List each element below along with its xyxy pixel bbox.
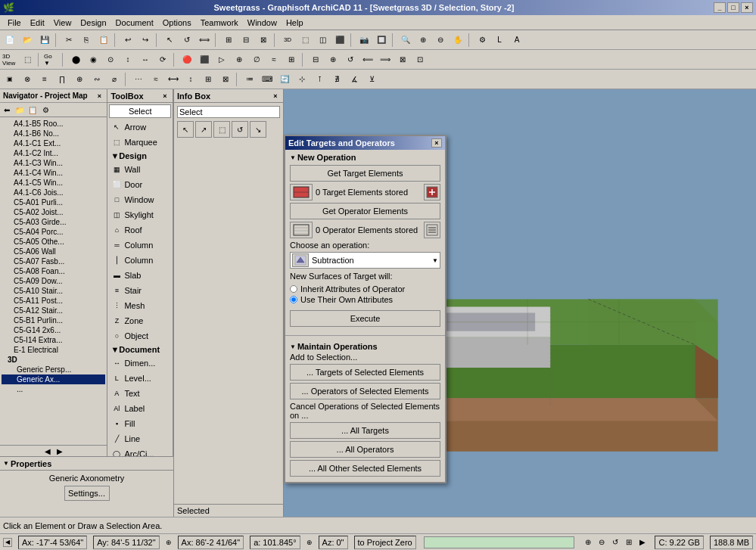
tb3-b2[interactable]: ⊗ xyxy=(19,71,36,88)
tb3-b21[interactable]: ⊻ xyxy=(363,71,380,88)
tb3-b17[interactable]: ⊹ xyxy=(294,71,310,88)
radio-inherit[interactable]: Inherit Attributes of Operator xyxy=(290,284,440,294)
maximize-button[interactable]: □ xyxy=(727,2,739,13)
execute-button[interactable]: Execute xyxy=(290,310,440,327)
dialog-close-button[interactable]: × xyxy=(431,138,442,148)
tree-item[interactable]: C5-A02 Joist... xyxy=(2,207,105,217)
tool-label[interactable]: Al Label xyxy=(107,401,173,416)
tb-b2[interactable]: ⊟ xyxy=(238,32,254,48)
tree-item[interactable]: A4.1-B6 No... xyxy=(2,129,105,138)
tb-cut[interactable]: ✂ xyxy=(61,32,77,48)
get-target-button[interactable]: Get Target Elements xyxy=(290,165,440,182)
nav-btn4[interactable]: ⚙ xyxy=(39,104,51,116)
tool-column[interactable]: ⎪ Column xyxy=(107,253,173,268)
info-arrow-btn[interactable]: ↖ xyxy=(177,121,194,138)
tb3-b4[interactable]: ∏ xyxy=(54,71,70,88)
tree-item[interactable]: C5-A08 Foan... xyxy=(2,266,105,276)
tb3-b19[interactable]: ∄ xyxy=(328,71,345,88)
menu-document[interactable]: Document xyxy=(111,17,158,29)
tb2-b7[interactable]: ⊞ xyxy=(283,51,300,68)
tb2-b4[interactable]: ⊕ xyxy=(231,51,247,68)
tool-arc[interactable]: ◯ Arc/Ci... xyxy=(107,446,173,456)
statusbar-btn1[interactable]: ⊕ xyxy=(582,536,594,548)
tb2-b10[interactable]: ↺ xyxy=(342,51,359,68)
tb3-b18[interactable]: ⊺ xyxy=(311,71,328,88)
tree-item[interactable]: A4.1-B5 Roo... xyxy=(2,119,105,129)
tb-paste[interactable]: 📋 xyxy=(95,32,112,48)
minimize-button[interactable]: _ xyxy=(714,2,726,13)
infobox-close[interactable]: × xyxy=(271,92,280,101)
tb2-nav1[interactable]: ⬤ xyxy=(67,51,84,68)
tb3-b14[interactable]: ≔ xyxy=(241,71,258,88)
all-operators-button[interactable]: ... All Operators xyxy=(290,441,440,458)
tool-skylight[interactable]: ◫ Skylight xyxy=(107,207,173,222)
tree-item[interactable]: A4.1-C6 Jois... xyxy=(2,188,105,197)
tb3-b11[interactable]: ↕ xyxy=(182,71,199,88)
info-arrow2-btn[interactable]: ↗ xyxy=(195,121,212,138)
tb3-b1[interactable]: ▣ xyxy=(2,71,18,88)
tb-pan[interactable]: ✋ xyxy=(450,32,466,48)
nav-btn1[interactable]: ⬅ xyxy=(1,104,13,116)
tool-level[interactable]: L Level... xyxy=(107,371,173,386)
tb2-3dview[interactable]: 3D View xyxy=(2,51,18,68)
tool-fill[interactable]: ▪ Fill xyxy=(107,416,173,431)
operators-of-selected-button[interactable]: ... Operators of Selected Elements xyxy=(290,383,440,399)
tb2-b8[interactable]: ⊟ xyxy=(307,51,324,68)
tb-b5[interactable]: ⬚ xyxy=(297,32,313,48)
tool-door[interactable]: ⬜ Door xyxy=(107,177,173,192)
tb2-nav2[interactable]: ◉ xyxy=(85,51,101,68)
radio-use-own[interactable]: Use Their Own Attributes xyxy=(290,295,440,304)
menu-file[interactable]: File xyxy=(3,17,26,29)
tb-b6[interactable]: ◫ xyxy=(314,32,331,48)
tool-slab[interactable]: ▬ Slab xyxy=(107,268,173,283)
tb3-b7[interactable]: ⌀ xyxy=(106,71,123,88)
tb2-nav4[interactable]: ↕ xyxy=(120,51,136,68)
tb3-b6[interactable]: ∾ xyxy=(89,71,105,88)
all-other-button[interactable]: ... All Other Selected Elements xyxy=(290,460,440,477)
target-action-btn[interactable] xyxy=(424,184,440,200)
tb2-go[interactable]: Go ▼ xyxy=(43,51,60,68)
tree-item[interactable]: 3D xyxy=(2,355,105,365)
tb2-b12[interactable]: ⟹ xyxy=(377,51,394,68)
tool-zone[interactable]: Z Zone xyxy=(107,313,173,328)
nav-scroll-left[interactable]: ◀ xyxy=(43,446,52,455)
tool-marquee[interactable]: ⬚ Marquee xyxy=(107,135,173,150)
menu-view[interactable]: View xyxy=(49,17,76,29)
tb-b4[interactable]: 3D xyxy=(279,32,296,48)
tree-item[interactable]: C5-A04 Porc... xyxy=(2,227,105,237)
nav-btn3[interactable]: 📋 xyxy=(26,104,39,116)
tb3-b15[interactable]: ⌨ xyxy=(259,71,275,88)
tb-settings[interactable]: ⚙ xyxy=(474,32,490,48)
info-marquee-btn[interactable]: ⬚ xyxy=(213,121,230,138)
menu-window[interactable]: Window xyxy=(243,17,282,29)
tb2-nav5[interactable]: ↔ xyxy=(137,51,154,68)
tb2-b5[interactable]: ∅ xyxy=(248,51,265,68)
tb-render[interactable]: 🔲 xyxy=(373,32,390,48)
tb3-b3[interactable]: ≡ xyxy=(36,71,53,88)
close-button[interactable]: × xyxy=(741,2,753,13)
menu-teamwork[interactable]: Teamwork xyxy=(196,17,243,29)
tree-item[interactable]: C5-A01 Purli... xyxy=(2,197,105,207)
arrow-btn1[interactable]: ◀ xyxy=(3,538,12,547)
tb3-b5[interactable]: ⊕ xyxy=(71,71,88,88)
tool-text[interactable]: A Text xyxy=(107,386,173,401)
tb2-b9[interactable]: ⊕ xyxy=(325,51,341,68)
info-rotate-btn[interactable]: ↺ xyxy=(232,121,248,138)
menu-edit[interactable]: Edit xyxy=(26,17,49,29)
menu-help[interactable]: Help xyxy=(282,17,308,29)
tree-item[interactable]: A4.1-C1 Ext... xyxy=(2,138,105,148)
tb-camera[interactable]: 📷 xyxy=(356,32,372,48)
tb-copy[interactable]: ⎘ xyxy=(78,32,95,48)
menu-design[interactable]: Design xyxy=(76,17,110,29)
tb3-b9[interactable]: ≈ xyxy=(148,71,164,88)
document-section[interactable]: ▼ Document xyxy=(107,343,173,356)
tb-new[interactable]: 📄 xyxy=(2,32,18,48)
tree-item[interactable]: C5-A06 Wall xyxy=(2,247,105,256)
tb3-b10[interactable]: ⟷ xyxy=(165,71,182,88)
tb-open[interactable]: 📂 xyxy=(19,32,36,48)
project-zero[interactable]: to Project Zero xyxy=(354,536,416,549)
tb3-b8[interactable]: ⋯ xyxy=(130,71,147,88)
tree-item[interactable]: C5-A09 Dow... xyxy=(2,276,105,286)
tool-window[interactable]: □ Window xyxy=(107,192,173,207)
tb-select[interactable]: ↖ xyxy=(161,32,178,48)
